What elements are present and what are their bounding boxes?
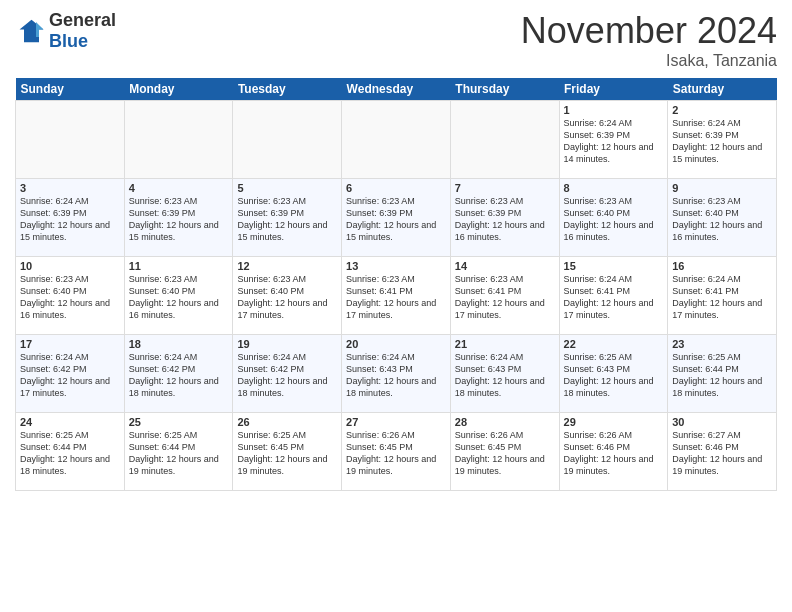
day-number: 10 [20, 260, 120, 272]
table-cell: 3Sunrise: 6:24 AM Sunset: 6:39 PM Daylig… [16, 179, 125, 257]
table-cell: 24Sunrise: 6:25 AM Sunset: 6:44 PM Dayli… [16, 413, 125, 491]
day-number: 7 [455, 182, 555, 194]
day-number: 4 [129, 182, 229, 194]
table-cell: 11Sunrise: 6:23 AM Sunset: 6:40 PM Dayli… [124, 257, 233, 335]
day-number: 17 [20, 338, 120, 350]
col-saturday: Saturday [668, 78, 777, 101]
day-info: Sunrise: 6:25 AM Sunset: 6:43 PM Dayligh… [564, 351, 664, 400]
day-number: 25 [129, 416, 229, 428]
table-cell: 5Sunrise: 6:23 AM Sunset: 6:39 PM Daylig… [233, 179, 342, 257]
col-monday: Monday [124, 78, 233, 101]
day-info: Sunrise: 6:23 AM Sunset: 6:40 PM Dayligh… [20, 273, 120, 322]
day-number: 6 [346, 182, 446, 194]
table-cell: 8Sunrise: 6:23 AM Sunset: 6:40 PM Daylig… [559, 179, 668, 257]
day-number: 24 [20, 416, 120, 428]
week-row-1: 1Sunrise: 6:24 AM Sunset: 6:39 PM Daylig… [16, 101, 777, 179]
day-number: 8 [564, 182, 664, 194]
day-info: Sunrise: 6:24 AM Sunset: 6:43 PM Dayligh… [455, 351, 555, 400]
day-number: 22 [564, 338, 664, 350]
table-cell [342, 101, 451, 179]
day-number: 2 [672, 104, 772, 116]
col-tuesday: Tuesday [233, 78, 342, 101]
logo: General Blue [15, 10, 116, 52]
table-cell: 15Sunrise: 6:24 AM Sunset: 6:41 PM Dayli… [559, 257, 668, 335]
logo-general-text: General [49, 10, 116, 31]
table-cell: 4Sunrise: 6:23 AM Sunset: 6:39 PM Daylig… [124, 179, 233, 257]
day-info: Sunrise: 6:24 AM Sunset: 6:39 PM Dayligh… [672, 117, 772, 166]
day-number: 11 [129, 260, 229, 272]
day-info: Sunrise: 6:23 AM Sunset: 6:41 PM Dayligh… [455, 273, 555, 322]
logo-icon [15, 16, 45, 46]
day-info: Sunrise: 6:23 AM Sunset: 6:39 PM Dayligh… [237, 195, 337, 244]
day-number: 23 [672, 338, 772, 350]
col-wednesday: Wednesday [342, 78, 451, 101]
day-info: Sunrise: 6:23 AM Sunset: 6:39 PM Dayligh… [129, 195, 229, 244]
day-info: Sunrise: 6:23 AM Sunset: 6:40 PM Dayligh… [237, 273, 337, 322]
table-cell [16, 101, 125, 179]
day-info: Sunrise: 6:23 AM Sunset: 6:39 PM Dayligh… [346, 195, 446, 244]
day-number: 15 [564, 260, 664, 272]
table-cell: 16Sunrise: 6:24 AM Sunset: 6:41 PM Dayli… [668, 257, 777, 335]
day-number: 21 [455, 338, 555, 350]
day-number: 16 [672, 260, 772, 272]
table-cell: 23Sunrise: 6:25 AM Sunset: 6:44 PM Dayli… [668, 335, 777, 413]
day-info: Sunrise: 6:26 AM Sunset: 6:45 PM Dayligh… [346, 429, 446, 478]
header: General Blue November 2024 Isaka, Tanzan… [15, 10, 777, 70]
day-number: 9 [672, 182, 772, 194]
day-number: 26 [237, 416, 337, 428]
table-cell: 29Sunrise: 6:26 AM Sunset: 6:46 PM Dayli… [559, 413, 668, 491]
day-info: Sunrise: 6:27 AM Sunset: 6:46 PM Dayligh… [672, 429, 772, 478]
table-cell: 27Sunrise: 6:26 AM Sunset: 6:45 PM Dayli… [342, 413, 451, 491]
day-info: Sunrise: 6:25 AM Sunset: 6:44 PM Dayligh… [672, 351, 772, 400]
day-number: 18 [129, 338, 229, 350]
table-cell: 20Sunrise: 6:24 AM Sunset: 6:43 PM Dayli… [342, 335, 451, 413]
day-info: Sunrise: 6:23 AM Sunset: 6:41 PM Dayligh… [346, 273, 446, 322]
svg-marker-1 [36, 22, 44, 37]
table-cell: 18Sunrise: 6:24 AM Sunset: 6:42 PM Dayli… [124, 335, 233, 413]
day-number: 27 [346, 416, 446, 428]
col-sunday: Sunday [16, 78, 125, 101]
day-number: 5 [237, 182, 337, 194]
table-cell: 17Sunrise: 6:24 AM Sunset: 6:42 PM Dayli… [16, 335, 125, 413]
table-cell: 28Sunrise: 6:26 AM Sunset: 6:45 PM Dayli… [450, 413, 559, 491]
day-number: 13 [346, 260, 446, 272]
month-title: November 2024 [521, 10, 777, 52]
page: General Blue November 2024 Isaka, Tanzan… [0, 0, 792, 612]
table-cell: 26Sunrise: 6:25 AM Sunset: 6:45 PM Dayli… [233, 413, 342, 491]
day-info: Sunrise: 6:25 AM Sunset: 6:45 PM Dayligh… [237, 429, 337, 478]
week-row-2: 3Sunrise: 6:24 AM Sunset: 6:39 PM Daylig… [16, 179, 777, 257]
svg-marker-0 [20, 20, 44, 43]
day-info: Sunrise: 6:23 AM Sunset: 6:39 PM Dayligh… [455, 195, 555, 244]
calendar-table: Sunday Monday Tuesday Wednesday Thursday… [15, 78, 777, 491]
day-info: Sunrise: 6:23 AM Sunset: 6:40 PM Dayligh… [129, 273, 229, 322]
table-cell: 1Sunrise: 6:24 AM Sunset: 6:39 PM Daylig… [559, 101, 668, 179]
week-row-3: 10Sunrise: 6:23 AM Sunset: 6:40 PM Dayli… [16, 257, 777, 335]
day-number: 12 [237, 260, 337, 272]
day-info: Sunrise: 6:24 AM Sunset: 6:42 PM Dayligh… [237, 351, 337, 400]
day-info: Sunrise: 6:24 AM Sunset: 6:42 PM Dayligh… [20, 351, 120, 400]
day-info: Sunrise: 6:23 AM Sunset: 6:40 PM Dayligh… [672, 195, 772, 244]
day-number: 14 [455, 260, 555, 272]
col-friday: Friday [559, 78, 668, 101]
header-row: Sunday Monday Tuesday Wednesday Thursday… [16, 78, 777, 101]
day-info: Sunrise: 6:25 AM Sunset: 6:44 PM Dayligh… [20, 429, 120, 478]
logo-blue-text: Blue [49, 31, 116, 52]
table-cell: 21Sunrise: 6:24 AM Sunset: 6:43 PM Dayli… [450, 335, 559, 413]
day-info: Sunrise: 6:24 AM Sunset: 6:42 PM Dayligh… [129, 351, 229, 400]
day-number: 20 [346, 338, 446, 350]
table-cell: 19Sunrise: 6:24 AM Sunset: 6:42 PM Dayli… [233, 335, 342, 413]
table-cell: 13Sunrise: 6:23 AM Sunset: 6:41 PM Dayli… [342, 257, 451, 335]
table-cell: 7Sunrise: 6:23 AM Sunset: 6:39 PM Daylig… [450, 179, 559, 257]
week-row-4: 17Sunrise: 6:24 AM Sunset: 6:42 PM Dayli… [16, 335, 777, 413]
table-cell: 30Sunrise: 6:27 AM Sunset: 6:46 PM Dayli… [668, 413, 777, 491]
table-cell: 9Sunrise: 6:23 AM Sunset: 6:40 PM Daylig… [668, 179, 777, 257]
day-number: 3 [20, 182, 120, 194]
table-cell [124, 101, 233, 179]
day-info: Sunrise: 6:24 AM Sunset: 6:39 PM Dayligh… [20, 195, 120, 244]
table-cell: 2Sunrise: 6:24 AM Sunset: 6:39 PM Daylig… [668, 101, 777, 179]
table-cell: 14Sunrise: 6:23 AM Sunset: 6:41 PM Dayli… [450, 257, 559, 335]
location: Isaka, Tanzania [521, 52, 777, 70]
day-info: Sunrise: 6:26 AM Sunset: 6:45 PM Dayligh… [455, 429, 555, 478]
day-info: Sunrise: 6:24 AM Sunset: 6:41 PM Dayligh… [564, 273, 664, 322]
table-cell: 12Sunrise: 6:23 AM Sunset: 6:40 PM Dayli… [233, 257, 342, 335]
